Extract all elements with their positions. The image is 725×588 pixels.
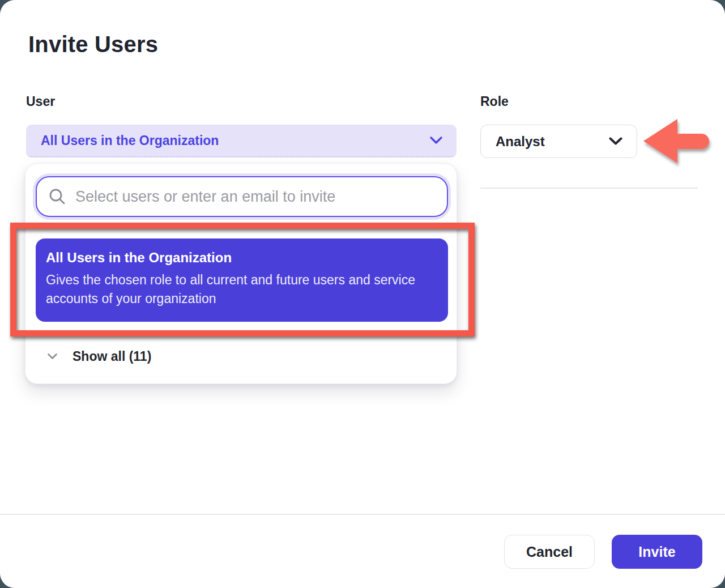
footer-divider (0, 514, 725, 515)
user-search-input[interactable] (75, 188, 436, 206)
search-icon (48, 188, 66, 206)
user-dropdown-panel: All Users in the Organization Gives the … (25, 163, 457, 384)
page-title: Invite Users (28, 32, 158, 57)
cancel-button[interactable]: Cancel (504, 535, 595, 569)
role-select-value: Analyst (496, 134, 608, 150)
chevron-down-icon (47, 353, 58, 360)
option-title: All Users in the Organization (46, 250, 438, 266)
show-all-label: Show all (11) (72, 349, 151, 364)
chevron-down-icon (429, 136, 443, 145)
user-select-value: All Users in the Organization (41, 133, 429, 148)
user-search-box[interactable] (36, 176, 448, 217)
show-all-toggle[interactable]: Show all (11) (25, 340, 457, 372)
user-field-label: User (26, 94, 55, 109)
option-description: Gives the chosen role to all current and… (46, 271, 431, 308)
dropdown-option-all-users[interactable]: All Users in the Organization Gives the … (36, 238, 448, 322)
annotation-arrow-left-icon (639, 112, 715, 171)
chevron-down-icon (608, 137, 623, 146)
user-select[interactable]: All Users in the Organization (26, 125, 457, 157)
invite-button[interactable]: Invite (612, 535, 702, 569)
role-field-label: Role (480, 94, 509, 109)
role-section-divider (480, 188, 698, 189)
role-select[interactable]: Analyst (480, 125, 637, 158)
invite-users-modal: Invite Users User Role All Users in the … (0, 0, 725, 588)
